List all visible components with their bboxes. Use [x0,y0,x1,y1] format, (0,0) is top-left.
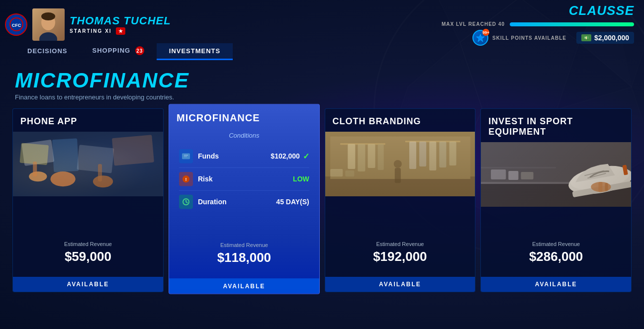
header-right: CLAUSSE MAX LVL REACHED 40 SKILL POINTS … [442,3,634,46]
svg-text:CFC: CFC [11,23,21,28]
svg-rect-26 [182,153,190,159]
available-button-phone-app[interactable]: AVAILABLE [13,277,163,292]
svg-point-23 [29,171,47,181]
revenue-label-cloth: Estimated Revenue [333,241,468,247]
level-bar [510,22,634,26]
svg-point-21 [50,171,75,186]
svg-rect-24 [33,162,37,176]
available-button-sport[interactable]: AVAILABLE [481,277,631,292]
revenue-label-sport: Estimated Revenue [488,241,624,247]
svg-line-60 [584,170,604,175]
risk-value: LOW [293,175,309,183]
club-logo: CFC [5,13,27,36]
svg-rect-53 [481,182,631,207]
max-lvl-text: MAX LVL REACHED 40 [442,21,505,27]
svg-rect-67 [599,182,603,192]
svg-rect-64 [509,171,519,180]
svg-rect-16 [21,140,54,166]
svg-rect-46 [439,142,446,167]
card-phone-app[interactable]: PHONE APP Estimated Revenue [12,108,164,292]
svg-rect-55 [481,182,631,184]
money-icon: 💵 [581,34,591,41]
svg-rect-39 [358,144,365,171]
revenue-value-sport: $286,000 [488,249,624,264]
svg-rect-44 [419,142,426,166]
revenue-section-phone-app: Estimated Revenue $59,000 [13,236,163,269]
skill-label: SKILL POINTS AVAILABLE [492,35,566,41]
funds-check: ✓ [303,152,309,161]
revenue-section-cloth: Estimated Revenue $192,000 [325,236,475,269]
manager-avatar [32,8,65,41]
svg-point-58 [569,162,631,194]
svg-rect-65 [521,172,534,179]
svg-rect-63 [491,169,506,179]
svg-rect-36 [330,137,470,179]
svg-rect-52 [481,142,631,207]
svg-rect-51 [345,170,354,176]
svg-rect-25 [98,164,102,181]
conditions-label: Conditions [179,131,309,139]
tab-decisions[interactable]: DECISIONS [15,43,80,60]
page-title-section: MICROFINANCE Finance loans to entreprene… [0,61,644,103]
card-title-cloth: CLOTH BRANDING [325,109,475,132]
svg-rect-17 [19,143,49,165]
svg-point-22 [93,175,113,187]
card-sport-equipment[interactable]: INVEST IN SPORT EQUIPMENT [480,108,632,292]
player-name: CLAUSSE [569,3,634,18]
svg-line-61 [587,173,606,178]
svg-rect-34 [325,132,475,196]
risk-icon: ! [179,172,193,186]
card-title-phone-app: PHONE APP [13,109,163,132]
svg-rect-50 [330,169,343,176]
manager-role-row: STARTING XI [70,27,171,35]
available-button-cloth[interactable]: AVAILABLE [325,277,475,292]
svg-rect-68 [605,183,608,191]
duration-value: 45 DAY(S) [276,198,309,206]
svg-rect-20 [112,135,154,165]
svg-rect-47 [449,142,456,165]
svg-rect-15 [13,132,163,196]
svg-rect-40 [368,144,375,168]
svg-rect-35 [325,176,475,196]
card-cloth-branding[interactable]: CLOTH BRANDING [325,108,476,292]
revenue-section-microfinance: Estimated Revenue $118,000 [169,237,319,270]
header: CFC [0,0,644,45]
svg-marker-14 [476,34,484,42]
svg-point-13 [41,12,55,20]
svg-line-33 [186,202,187,203]
manager-name: THOMAS TUCHEL [70,14,171,27]
tab-investments[interactable]: INVESTMENTS [157,43,233,60]
svg-rect-59 [572,181,631,197]
funds-label: Funds [198,152,219,160]
condition-row-risk: ! Risk LOW [179,168,309,191]
risk-label: Risk [198,175,213,183]
svg-point-48 [393,160,401,168]
avatar-inner [32,8,65,41]
svg-rect-49 [394,168,400,183]
svg-text:!: ! [185,177,186,182]
svg-point-57 [566,163,631,198]
revenue-label: Estimated Revenue [20,241,156,247]
card-microfinance[interactable]: MICROFINANCE Conditions Funds [169,104,320,294]
page-title: MICROFINANCE [15,69,629,92]
shopping-badge: 23 [135,46,144,55]
revenue-value-mf: $118,000 [177,250,312,266]
header-left: CFC [5,8,171,41]
duration-label: Duration [198,198,227,206]
duration-icon [179,195,193,209]
investment-cards: PHONE APP Estimated Revenue [0,103,644,292]
manager-info: THOMAS TUCHEL STARTING XI [70,14,171,35]
page-subtitle: Finance loans to entrepreneurs in develo… [15,93,629,101]
condition-row-funds: Funds $102,000 ✓ [179,145,309,168]
svg-point-66 [591,182,611,192]
star-badge [116,27,125,35]
nav-tabs: DECISIONS SHOPPING 23 INVESTMENTS [0,42,644,61]
available-button-microfinance[interactable]: AVAILABLE [169,278,319,294]
svg-rect-45 [429,142,436,170]
condition-left-duration: Duration [179,195,227,209]
svg-rect-43 [409,142,416,169]
revenue-value: $59,000 [20,249,156,264]
svg-rect-41 [377,144,383,170]
tab-shopping[interactable]: SHOPPING 23 [80,42,157,61]
card-image-phone-app [13,132,163,196]
